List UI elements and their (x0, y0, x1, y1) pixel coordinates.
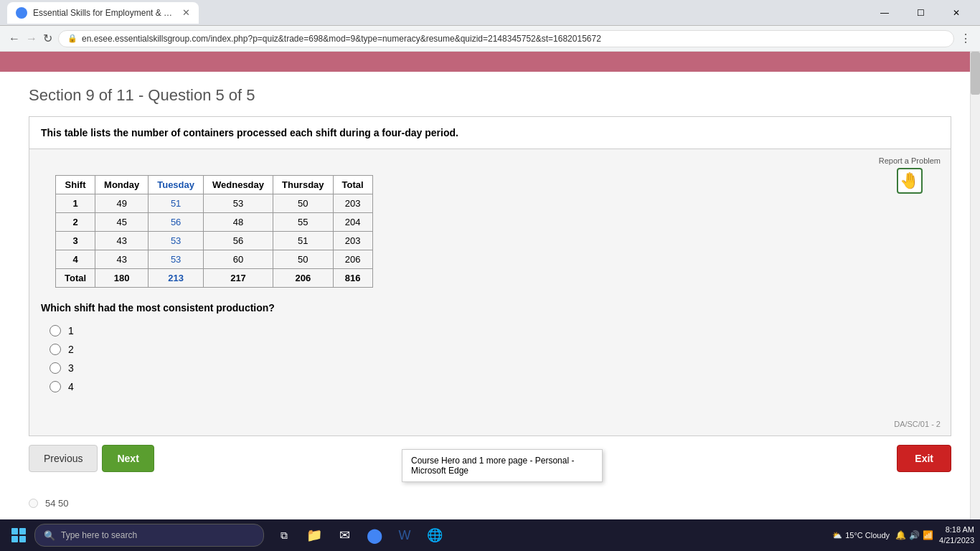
lock-icon: 🔒 (67, 34, 77, 43)
report-problem-icon: 🤚 (897, 168, 923, 194)
cell-wed-total: 217 (204, 269, 273, 288)
tooltip-popup: Course Hero and 1 more page - Personal -… (402, 449, 603, 482)
cell-shift-4: 4 (56, 250, 95, 269)
cell-shift-3: 3 (56, 232, 95, 250)
bottom-partial-content: 54 50 (0, 495, 980, 512)
site-header-bar (0, 52, 980, 72)
chrome-tab[interactable]: Essential Skills for Employment & Educat… (7, 2, 199, 24)
cell-shift-2: 2 (56, 213, 95, 232)
main-content: Section 9 of 11 - Question 5 of 5 This t… (0, 72, 980, 495)
chrome-addressbar: ← → ↻ 🔒 en.esee.essentialskillsgroup.com… (0, 26, 980, 52)
next-button[interactable]: Next (102, 445, 154, 472)
chrome-window-controls: — ☐ ✕ (868, 0, 973, 26)
option-4-label: 4 (68, 381, 74, 392)
cell-tue-3: 53 (149, 232, 204, 250)
report-problem-label: Report a Problem (879, 156, 941, 165)
table-row-total: Total 180 213 217 206 816 (56, 269, 373, 288)
cell-wed-4: 60 (204, 250, 273, 269)
data-table-wrapper: Shift Monday Tuesday Wednesday Thursday … (55, 175, 939, 288)
tab-close-icon[interactable]: ✕ (182, 7, 190, 18)
cell-mon-total: 180 (95, 269, 149, 288)
cell-total-2: 204 (333, 213, 372, 232)
minimize-button[interactable]: — (868, 0, 901, 26)
question-instruction-text: This table lists the number of container… (41, 127, 458, 138)
cell-total-4: 206 (333, 250, 372, 269)
address-bar[interactable]: 🔒 en.esee.essentialskillsgroup.com/index… (58, 30, 954, 47)
cell-shift-total: Total (56, 269, 95, 288)
option-3-label: 3 (68, 362, 74, 374)
tab-label: Essential Skills for Employment & Educat… (33, 8, 176, 18)
question-instruction-box: This table lists the number of container… (29, 116, 951, 149)
back-button[interactable]: ← (9, 32, 20, 45)
cell-mon-1: 49 (95, 194, 149, 213)
cell-wed-2: 48 (204, 213, 273, 232)
radio-2[interactable] (50, 344, 61, 355)
table-row: 4 43 53 60 50 206 (56, 250, 373, 269)
question-content-area: Report a Problem 🤚 Shift Monday Tuesday … (29, 149, 951, 436)
cell-grand-total: 816 (333, 269, 372, 288)
option-2-label: 2 (68, 344, 74, 355)
radio-1[interactable] (50, 325, 61, 336)
option-2[interactable]: 2 (50, 344, 939, 355)
previous-button[interactable]: Previous (29, 445, 98, 472)
cell-tue-total: 213 (149, 269, 204, 288)
col-header-tuesday: Tuesday (149, 176, 204, 194)
cell-mon-4: 43 (95, 250, 149, 269)
col-header-total: Total (333, 176, 372, 194)
cell-tue-4: 53 (149, 250, 204, 269)
cell-wed-1: 53 (204, 194, 273, 213)
cell-thu-2: 55 (273, 213, 334, 232)
option-3[interactable]: 3 (50, 362, 939, 374)
forward-button[interactable]: → (26, 32, 37, 45)
col-header-thursday: Thursday (273, 176, 334, 194)
cell-thu-3: 51 (273, 232, 334, 250)
cell-tue-1: 51 (149, 194, 204, 213)
report-problem-button[interactable]: Report a Problem 🤚 (879, 156, 941, 194)
extensions-button[interactable]: ⋮ (960, 32, 971, 45)
cell-thu-4: 50 (273, 250, 334, 269)
cell-thu-total: 206 (273, 269, 334, 288)
exit-button[interactable]: Exit (897, 445, 951, 472)
question-label: Which shift had the most consistent prod… (41, 302, 939, 314)
cell-thu-1: 50 (273, 194, 334, 213)
scrollbar[interactable] (970, 52, 980, 512)
option-4[interactable]: 4 (50, 381, 939, 392)
tab-favicon (16, 7, 27, 19)
table-row: 3 43 53 56 51 203 (56, 232, 373, 250)
radio-bottom (29, 499, 38, 508)
data-table: Shift Monday Tuesday Wednesday Thursday … (55, 175, 373, 288)
section-title: Section 9 of 11 - Question 5 of 5 (29, 86, 951, 105)
bottom-text: 54 50 (45, 498, 69, 509)
radio-4[interactable] (50, 381, 61, 392)
chrome-titlebar: Essential Skills for Employment & Educat… (0, 0, 980, 26)
cell-mon-3: 43 (95, 232, 149, 250)
table-row: 1 49 51 53 50 203 (56, 194, 373, 213)
close-button[interactable]: ✕ (940, 0, 973, 26)
question-code: DA/SC/01 - 2 (894, 420, 941, 428)
cell-mon-2: 45 (95, 213, 149, 232)
url-text: en.esee.essentialskillsgroup.com/index.p… (82, 34, 601, 44)
scrollbar-thumb[interactable] (971, 52, 980, 95)
col-header-wednesday: Wednesday (204, 176, 273, 194)
col-header-shift: Shift (56, 176, 95, 194)
maximize-button[interactable]: ☐ (904, 0, 937, 26)
col-header-monday: Monday (95, 176, 149, 194)
cell-shift-1: 1 (56, 194, 95, 213)
cell-total-3: 203 (333, 232, 372, 250)
tooltip-text: Course Hero and 1 more page - Personal -… (411, 456, 574, 476)
answer-options: 1 2 3 4 (50, 325, 939, 392)
cell-total-1: 203 (333, 194, 372, 213)
cell-wed-3: 56 (204, 232, 273, 250)
cell-tue-2: 56 (149, 213, 204, 232)
option-1-label: 1 (68, 325, 74, 336)
option-1[interactable]: 1 (50, 325, 939, 336)
reload-button[interactable]: ↻ (43, 32, 52, 45)
table-row: 2 45 56 48 55 204 (56, 213, 373, 232)
radio-3[interactable] (50, 362, 61, 374)
